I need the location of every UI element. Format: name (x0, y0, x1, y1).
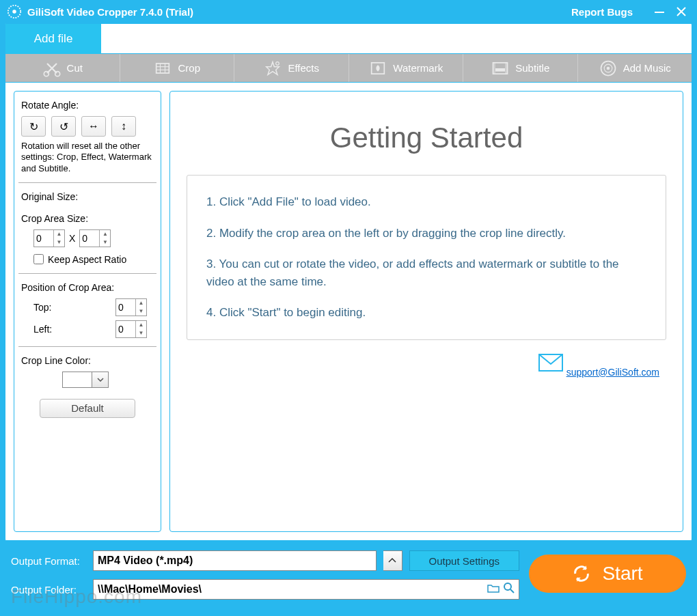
spin-down-icon[interactable]: ▼ (54, 238, 64, 247)
app-logo-icon (7, 4, 22, 19)
sidebar: Rotate Angle: ↻ ↺ ↔ ↕ Rotation will rese… (14, 91, 161, 532)
svg-rect-2 (655, 12, 664, 13)
tabs-bar: Cut Crop Effects Watermark Subtitle Add … (5, 54, 692, 83)
tab-watermark-label: Watermark (393, 62, 443, 74)
close-button[interactable] (672, 3, 690, 20)
color-dropdown-button[interactable] (92, 372, 109, 388)
step-3: 3. You can cut or rotate the video, or a… (206, 255, 646, 290)
output-folder-label: Output Folder: (11, 584, 86, 596)
rotate-note: Rotation will reset all the other settin… (21, 141, 154, 174)
svg-point-1 (12, 10, 16, 14)
svg-rect-14 (493, 62, 496, 73)
flip-horizontal-button[interactable]: ↔ (81, 116, 106, 137)
support-email-link[interactable]: support@GiliSoft.com (566, 367, 659, 378)
top-input[interactable]: ▲▼ (115, 298, 147, 316)
watermark-icon (368, 59, 387, 78)
crop-height-input[interactable]: ▲▼ (79, 229, 111, 247)
svg-point-20 (504, 583, 511, 590)
bottom-bar: Output Format: MP4 Video (*.mp4) Output … (0, 541, 697, 616)
spin-up-icon[interactable]: ▲ (136, 321, 146, 329)
search-icon[interactable] (504, 583, 515, 596)
position-label: Position of Crop Area: (21, 282, 154, 293)
chevron-down-icon (97, 378, 104, 382)
main-panel: Getting Started 1. Click "Add File" to l… (169, 91, 683, 532)
step-2: 2. Modify the crop area on the left or b… (206, 225, 646, 242)
inner-panel: Add file Cut Crop Effects Watermark Subt… (5, 23, 692, 541)
default-button[interactable]: Default (40, 399, 135, 418)
output-format-field[interactable]: MP4 Video (*.mp4) (93, 550, 377, 571)
tab-watermark[interactable]: Watermark (349, 54, 464, 82)
crop-line-color-label: Crop Line Color: (21, 355, 154, 366)
tab-music-label: Add Music (623, 62, 671, 74)
flip-vertical-button[interactable]: ↕ (111, 116, 136, 137)
subtitle-icon (491, 59, 510, 78)
titlebar: GiliSoft Video Cropper 7.4.0 (Trial) Rep… (0, 0, 697, 23)
color-swatch[interactable] (62, 372, 92, 388)
output-format-dropdown[interactable] (383, 550, 402, 571)
svg-point-3 (44, 71, 49, 76)
effects-icon (263, 59, 282, 78)
rotate-angle-label: Rotate Angle: (21, 100, 154, 111)
cut-icon (42, 59, 62, 78)
start-label: Start (602, 563, 642, 585)
spin-up-icon[interactable]: ▲ (54, 230, 64, 238)
svg-rect-13 (495, 68, 505, 72)
getting-started-box: 1. Click "Add File" to load video. 2. Mo… (187, 175, 666, 340)
tab-effects[interactable]: Effects (234, 54, 349, 82)
keep-aspect-ratio-label: Keep Aspect Ratio (48, 254, 126, 265)
output-folder-input[interactable] (98, 583, 483, 596)
spin-up-icon[interactable]: ▲ (136, 299, 146, 307)
svg-point-18 (606, 66, 610, 70)
content-row: Rotate Angle: ↻ ↺ ↔ ↕ Rotation will rese… (5, 83, 692, 540)
step-1: 1. Click "Add File" to load video. (206, 193, 646, 211)
svg-point-4 (55, 71, 59, 76)
report-bugs-link[interactable]: Report Bugs (571, 6, 633, 18)
tab-crop-label: Crop (178, 62, 200, 74)
output-format-label: Output Format: (11, 555, 86, 567)
chevron-up-icon (388, 558, 396, 563)
crop-icon (153, 59, 172, 78)
crop-area-size-label: Crop Area Size: (21, 213, 154, 224)
tab-cut[interactable]: Cut (5, 54, 120, 82)
original-size-label: Original Size: (21, 191, 154, 202)
minimize-button[interactable] (651, 3, 668, 20)
start-button[interactable]: Start (529, 555, 686, 593)
addfile-bar: Add file (5, 24, 692, 54)
support-block: support@GiliSoft.com (538, 354, 659, 378)
getting-started-title: Getting Started (187, 122, 666, 154)
keep-aspect-ratio-checkbox[interactable] (33, 254, 44, 264)
crop-width-input[interactable]: ▲▼ (33, 229, 65, 247)
refresh-icon (572, 564, 591, 583)
spin-down-icon[interactable]: ▼ (136, 307, 146, 316)
output-settings-button[interactable]: Output Settings (409, 550, 519, 571)
left-input[interactable]: ▲▼ (115, 320, 147, 338)
mail-icon (538, 354, 563, 372)
add-file-button[interactable]: Add file (5, 24, 101, 54)
svg-line-21 (510, 589, 514, 593)
tab-subtitle-label: Subtitle (515, 62, 549, 74)
tab-crop[interactable]: Crop (120, 54, 235, 82)
tab-add-music[interactable]: Add Music (578, 54, 692, 82)
spin-down-icon[interactable]: ▼ (136, 329, 146, 337)
crop-x-label: X (69, 233, 75, 244)
rotate-ccw-button[interactable]: ↺ (51, 116, 76, 137)
tab-cut-label: Cut (67, 62, 83, 74)
step-4: 4. Click "Start" to begin editing. (206, 304, 646, 322)
spin-up-icon[interactable]: ▲ (100, 230, 110, 238)
left-label: Left: (33, 324, 52, 335)
output-folder-field[interactable] (93, 579, 519, 600)
music-icon (599, 59, 618, 78)
svg-point-10 (276, 61, 279, 65)
app-window: GiliSoft Video Cropper 7.4.0 (Trial) Rep… (0, 0, 697, 616)
folder-open-icon[interactable] (487, 583, 500, 596)
app-title: GiliSoft Video Cropper 7.4.0 (Trial) (27, 6, 193, 18)
tab-subtitle[interactable]: Subtitle (463, 54, 578, 82)
svg-rect-15 (505, 62, 508, 73)
spin-down-icon[interactable]: ▼ (100, 238, 110, 247)
svg-rect-5 (156, 64, 169, 73)
rotate-cw-button[interactable]: ↻ (21, 116, 46, 137)
top-label: Top: (33, 302, 51, 313)
tab-effects-label: Effects (288, 62, 319, 74)
